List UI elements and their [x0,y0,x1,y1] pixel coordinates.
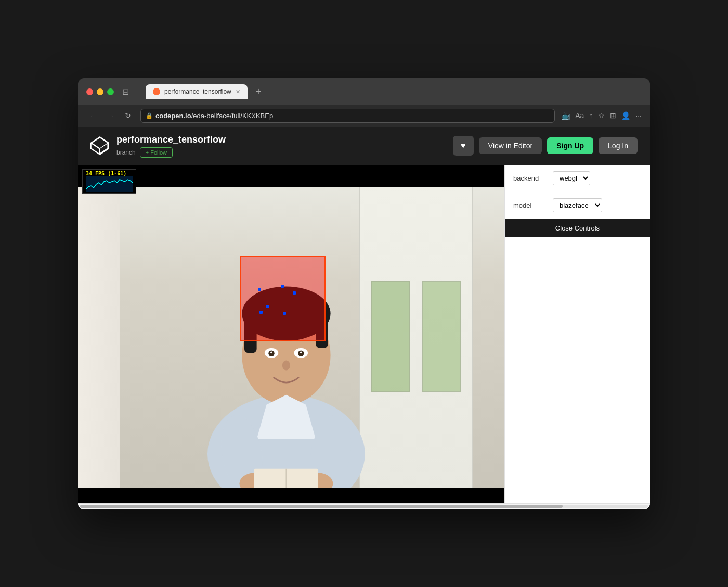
model-control-row: model blazeface facemesh [505,192,650,219]
share-icon[interactable]: ↑ [589,111,593,120]
backend-control-row: backend webgl cpu wasm [505,165,650,192]
sidebar-icon[interactable]: ⊟ [122,87,129,97]
toolbar-icons: 📺 Aa ↑ ☆ ⊞ 👤 ··· [561,111,642,120]
address-bar: ← → ↻ 🔒 codepen.io/eda-bellface/full/KKX… [78,105,650,127]
fps-text: 34 FPS (1-61) [86,171,133,176]
curtain-left [78,186,120,503]
svg-point-12 [282,360,290,370]
address-wrapper: 🔒 codepen.io/eda-bellface/full/KKXKBEp [140,109,555,123]
svg-point-8 [270,351,272,353]
address-bar-input[interactable]: codepen.io/eda-bellface/full/KKXKBEp [140,109,555,123]
model-label: model [513,201,544,209]
canvas-area: 34 FPS (1-61) [78,165,504,503]
nav-buttons: ← → ↻ [86,109,134,122]
reload-button[interactable]: ↻ [122,109,134,122]
page-content: performance_tensorflow branch + Follow ♥… [78,127,650,509]
svg-point-7 [268,350,274,356]
new-tab-button[interactable]: + [252,84,266,99]
url-domain: codepen.io/eda-bellface/full/KKXKBEp [155,112,273,120]
url-path: /eda-bellface/full/KKXKBEp [191,112,274,120]
tab-bar: performance_tensorflow ✕ + [146,84,265,99]
pen-title: performance_tensorflow [116,134,226,145]
reader-view-icon[interactable]: Aa [575,111,584,120]
lock-icon: 🔒 [146,112,153,119]
face-bounding-box [240,256,326,341]
svg-point-11 [300,351,302,353]
pen-info: performance_tensorflow branch + Follow [90,134,226,158]
tab-close-button[interactable]: ✕ [236,88,240,95]
pen-meta: branch + Follow [116,147,226,158]
sign-up-button[interactable]: Sign Up [547,137,593,154]
browser-scrollbar[interactable] [78,503,650,509]
log-in-button[interactable]: Log In [599,137,638,154]
fps-graph [86,176,133,192]
codepen-header: performance_tensorflow branch + Follow ♥… [78,127,650,165]
pen-branch: branch [116,149,136,156]
controls-panel: backend webgl cpu wasm model blazeface f… [504,165,650,503]
backend-select[interactable]: webgl cpu wasm [553,171,590,185]
forward-button[interactable]: → [104,109,118,122]
tab-favicon [153,88,160,95]
title-bar: ⊟ performance_tensorflow ✕ + [78,78,650,105]
traffic-lights [86,88,114,95]
heart-button[interactable]: ♥ [453,136,474,156]
landmark-mouth-right [283,312,286,315]
view-in-editor-button[interactable]: View in Editor [479,137,542,154]
codepen-logo [90,136,109,155]
more-options-icon[interactable]: ··· [635,111,642,120]
pen-details: performance_tensorflow branch + Follow [116,134,226,158]
landmark-right-eye [281,285,284,288]
bottom-black-bar [78,488,504,503]
landmark-left-eye [258,288,261,291]
fps-counter: 34 FPS (1-61) [82,169,136,194]
landmark-nose-tip [293,291,296,295]
close-button[interactable] [86,88,93,95]
scrollbar-thumb[interactable] [80,505,563,508]
back-button[interactable]: ← [86,109,100,122]
maximize-button[interactable] [107,88,114,95]
model-select[interactable]: blazeface facemesh [553,198,602,212]
scrollbar-track [80,505,648,508]
backend-label: backend [513,174,544,182]
tabs-icon[interactable]: ⊞ [610,111,616,120]
close-controls-button[interactable]: Close Controls [505,219,650,237]
landmark-mouth-left [266,305,269,308]
active-tab[interactable]: performance_tensorflow ✕ [146,84,248,99]
heart-icon: ♥ [461,141,466,150]
minimize-button[interactable] [97,88,103,95]
airplay-icon[interactable]: 📺 [561,111,570,120]
video-canvas [78,186,504,503]
scene-background [78,186,504,503]
tab-title: performance_tensorflow [164,88,231,95]
svg-point-10 [298,350,304,356]
header-actions: ♥ View in Editor Sign Up Log In [453,136,638,156]
browser-window: ⊟ performance_tensorflow ✕ + ← → ↻ 🔒 cod… [78,78,650,509]
outdoor-green-2 [422,281,461,392]
follow-button[interactable]: + Follow [140,147,173,158]
top-black-bar [78,165,504,187]
bookmarks-icon[interactable]: ☆ [598,111,605,120]
demo-container: 34 FPS (1-61) [78,165,650,503]
landmark-chin [259,311,263,314]
profile-icon[interactable]: 👤 [621,111,630,120]
